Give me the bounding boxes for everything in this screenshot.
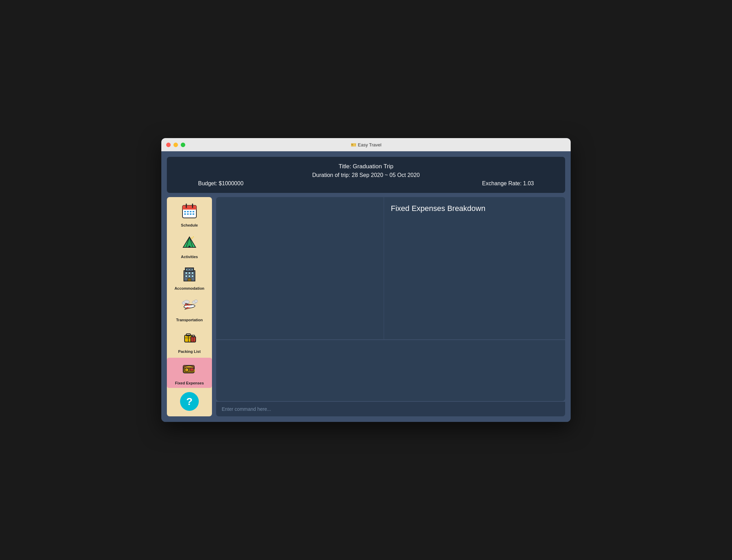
trip-duration: Duration of trip: 28 Sep 2020 ~ 05 Oct 2… (177, 172, 555, 178)
main-content: Title: Graduation Trip Duration of trip:… (161, 151, 571, 422)
svg-rect-8 (193, 211, 194, 212)
svg-rect-27 (186, 269, 187, 270)
help-section: ? (167, 389, 212, 414)
content-lower (216, 340, 565, 401)
svg-text:$: $ (194, 369, 195, 372)
content-upper-inner: Fixed Expenses Breakdown (216, 197, 565, 339)
packing-list-icon (181, 329, 198, 348)
transportation-icon (181, 297, 198, 316)
svg-rect-10 (187, 213, 189, 215)
svg-rect-29 (191, 269, 193, 270)
activities-icon: ✦ ✦ ☾ (181, 234, 198, 253)
sidebar-label-packing-list: Packing List (178, 349, 201, 354)
svg-rect-6 (187, 211, 189, 212)
trip-budget-row: Budget: $1000000 Exchange Rate: 1.03 (177, 180, 555, 187)
sidebar-label-accommodation: Accommodation (175, 286, 204, 290)
help-label: ? (186, 396, 193, 407)
title-text: Easy Travel (358, 142, 382, 147)
trip-title: Title: Graduation Trip (177, 163, 555, 170)
svg-rect-21 (188, 272, 190, 274)
section-title: Fixed Expenses Breakdown (391, 204, 486, 213)
svg-rect-2 (182, 208, 196, 210)
sidebar-label-transportation: Transportation (176, 318, 203, 322)
trip-budget: Budget: $1000000 (198, 180, 244, 187)
svg-rect-28 (189, 269, 190, 270)
schedule-icon (181, 203, 198, 222)
sidebar-item-activities[interactable]: ✦ ✦ ☾ Activities (167, 231, 212, 262)
command-bar (216, 402, 565, 416)
body-row: Schedule ✦ ✦ ☾ (167, 197, 565, 416)
command-input[interactable] (222, 406, 560, 412)
window-title: 🎫 Easy Travel (351, 142, 382, 147)
svg-text:$: $ (186, 369, 187, 372)
svg-point-35 (190, 306, 191, 307)
svg-rect-23 (185, 275, 187, 277)
accommodation-icon (181, 266, 198, 285)
svg-rect-11 (190, 213, 191, 215)
svg-rect-24 (188, 275, 190, 277)
svg-rect-5 (184, 211, 186, 212)
trip-header: Title: Graduation Trip Duration of trip:… (167, 157, 565, 193)
svg-point-33 (194, 300, 198, 303)
app-window: 🎫 Easy Travel Title: Graduation Trip Dur… (161, 138, 571, 422)
content-upper: Fixed Expenses Breakdown (216, 197, 565, 339)
fixed-expenses-icon: $ $ (181, 360, 198, 380)
sidebar-item-fixed-expenses[interactable]: $ $ Fixed Expenses (167, 358, 212, 388)
trip-exchange: Exchange Rate: 1.03 (482, 180, 534, 187)
svg-point-36 (191, 305, 192, 306)
content-right-half: Fixed Expenses Breakdown (384, 197, 565, 339)
close-button[interactable] (166, 143, 171, 147)
sidebar-item-packing-list[interactable]: Packing List (167, 326, 212, 356)
content-left-half (216, 197, 384, 339)
sidebar-label-activities: Activities (181, 255, 198, 259)
sidebar-item-accommodation[interactable]: Accommodation (167, 263, 212, 293)
title-icon: 🎫 (351, 142, 356, 147)
svg-rect-22 (191, 272, 194, 274)
traffic-lights (166, 143, 185, 147)
title-bar: 🎫 Easy Travel (161, 138, 571, 151)
minimize-button[interactable] (173, 143, 178, 147)
sidebar-item-schedule[interactable]: Schedule (167, 200, 212, 230)
sidebar-item-transportation[interactable]: Transportation (167, 295, 212, 325)
svg-text:✦: ✦ (193, 236, 194, 238)
svg-rect-12 (193, 213, 194, 215)
svg-rect-46 (190, 368, 194, 371)
sidebar-label-fixed-expenses: Fixed Expenses (175, 381, 204, 385)
svg-rect-25 (191, 275, 194, 277)
help-button[interactable]: ? (180, 392, 199, 411)
svg-text:☾: ☾ (184, 238, 186, 241)
maximize-button[interactable] (181, 143, 185, 147)
svg-rect-7 (190, 211, 191, 212)
right-panel: Fixed Expenses Breakdown (216, 197, 565, 416)
svg-rect-9 (184, 213, 186, 215)
svg-rect-26 (188, 278, 191, 281)
sidebar: Schedule ✦ ✦ ☾ (167, 197, 212, 416)
sidebar-label-schedule: Schedule (181, 223, 198, 227)
svg-point-31 (184, 300, 189, 304)
svg-rect-20 (185, 272, 187, 274)
